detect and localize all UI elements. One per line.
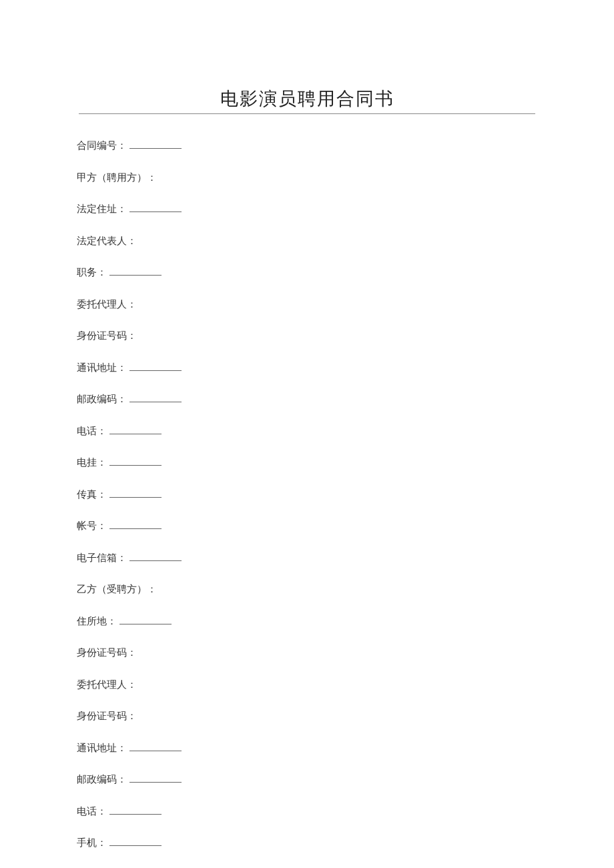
field-row: 手机： [77,835,537,851]
field-label: 通讯地址： [77,360,127,376]
blank-line [109,806,162,815]
field-label: 电挂： [77,455,107,470]
field-row: 通讯地址： [77,360,537,376]
blank-line [109,837,162,846]
field-label: 法定代表人： [77,234,137,249]
field-row: 身份证号码： [77,709,537,724]
field-label: 法定住址： [77,201,127,217]
title-underline [79,113,535,114]
field-label: 传真： [77,487,107,502]
field-label: 住所地： [77,614,117,629]
field-label: 委托代理人： [77,297,137,312]
field-row: 法定住址： [77,201,537,217]
field-row: 委托代理人： [77,297,537,312]
field-row: 传真： [77,487,537,502]
field-row: 委托代理人： [77,677,537,693]
field-label: 通讯地址： [77,741,127,756]
field-label: 乙方（受聘方）： [77,582,157,597]
field-row: 邮政编码： [77,772,537,787]
blank-line [129,140,182,149]
field-label: 电话： [77,804,107,819]
blank-line [119,616,172,624]
field-row: 帐号： [77,518,537,534]
field-row: 电子信箱： [77,550,537,566]
field-label: 身份证号码： [77,645,137,661]
blank-line [109,489,162,498]
field-row: 邮政编码： [77,392,537,407]
field-label: 帐号： [77,518,107,534]
field-label: 委托代理人： [77,677,137,693]
field-row: 合同编号： [77,138,537,153]
field-row: 住所地： [77,614,537,629]
field-row: 法定代表人： [77,234,537,249]
field-row: 职务： [77,265,537,280]
field-row: 乙方（受聘方）： [77,582,537,597]
field-label: 合同编号： [77,138,127,153]
blank-line [109,426,162,434]
field-label: 身份证号码： [77,709,137,724]
field-label: 电子信箱： [77,550,127,566]
field-row: 甲方（聘用方）： [77,170,537,185]
field-label: 电话： [77,424,107,439]
field-row: 通讯地址： [77,741,537,756]
blank-line [129,362,182,371]
field-label: 甲方（聘用方）： [77,170,157,185]
field-row: 身份证号码： [77,328,537,344]
field-label: 职务： [77,265,107,280]
blank-line [129,774,182,783]
field-row: 电挂： [77,455,537,470]
field-row: 电话： [77,804,537,819]
document-page: 电影演员聘用合同书 合同编号：甲方（聘用方）：法定住址：法定代表人：职务：委托代… [0,0,614,868]
blank-line [109,267,162,276]
blank-line [129,203,182,212]
document-title: 电影演员聘用合同书 [77,87,537,111]
field-row: 电话： [77,424,537,439]
field-row: 身份证号码： [77,645,537,661]
field-label: 邮政编码： [77,772,127,787]
blank-line [129,394,182,402]
fields-container: 合同编号：甲方（聘用方）：法定住址：法定代表人：职务：委托代理人：身份证号码：通… [77,138,537,868]
field-label: 身份证号码： [77,328,137,344]
field-label: 邮政编码： [77,392,127,407]
blank-line [109,457,162,466]
field-label: 手机： [77,835,107,851]
blank-line [109,520,162,529]
blank-line [129,552,182,561]
blank-line [129,743,182,751]
